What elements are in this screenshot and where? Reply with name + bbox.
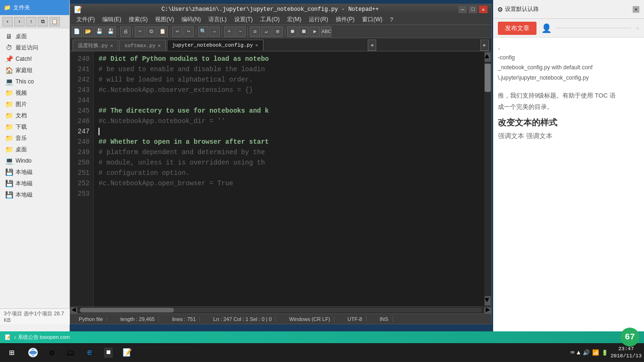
- sidebar-item-drive3[interactable]: 💾 本地磁: [2, 189, 67, 200]
- nav-forward-btn[interactable]: ›: [14, 17, 25, 26]
- taskbar-ie-btn[interactable]: e: [80, 343, 99, 362]
- toolbar-sep2: [132, 27, 133, 36]
- nav-up-btn[interactable]: ↑: [26, 17, 36, 26]
- sidebar-item-drive1[interactable]: 💾 本地磁: [2, 166, 67, 178]
- sync-scroll-btn[interactable]: ⇄: [250, 26, 260, 37]
- sidebar-item-images[interactable]: 📁 图片: [2, 99, 67, 110]
- start-button[interactable]: ⊞: [0, 343, 24, 362]
- left-panel-file-list: 🖥 桌面 ⏱ 最近访问 📌 Catch! 🏠 家庭组 💻 This co 📁: [0, 28, 69, 203]
- find-btn[interactable]: 🔍: [198, 26, 208, 37]
- bottom-notification-bar: 📝 ♪ 系统公告 tooopen.com 67: [0, 331, 644, 343]
- copy-btn[interactable]: ⧉: [146, 26, 157, 37]
- menu-settings[interactable]: 设置(T): [231, 15, 256, 25]
- scroll-down-btn[interactable]: ▼: [485, 296, 491, 305]
- sidebar-item-windows[interactable]: 💻 Windo: [2, 155, 67, 166]
- sidebar-item-music[interactable]: 📁 音乐: [2, 132, 67, 144]
- taskbar-explorer-btn[interactable]: 🗂: [61, 343, 80, 362]
- keyboard-icon[interactable]: ⌨: [570, 349, 574, 356]
- spell-check-btn[interactable]: ABC: [321, 26, 331, 37]
- cut-btn[interactable]: ✂: [135, 26, 145, 37]
- sidebar-item-docs[interactable]: 📁 文档: [2, 110, 67, 121]
- taskbar-clock[interactable]: 23:47 2018/11/13: [611, 346, 642, 360]
- menu-view[interactable]: 视图(V): [151, 15, 178, 25]
- line-num-252: 252: [70, 178, 93, 189]
- maximize-button[interactable]: □: [469, 6, 477, 13]
- taskbar-browser-btn[interactable]: [24, 343, 42, 362]
- open-file-btn[interactable]: 📂: [83, 26, 93, 37]
- nav-back-btn[interactable]: ‹: [2, 17, 13, 26]
- sidebar-item-video[interactable]: 📁 视频: [2, 87, 67, 99]
- sidebar-item-desktop1[interactable]: 🖥 桌面: [2, 31, 67, 42]
- sidebar-item-downloads[interactable]: 📁 下载: [2, 121, 67, 132]
- zoom-in-btn[interactable]: +: [224, 26, 234, 37]
- network-icon[interactable]: ▲: [577, 349, 580, 356]
- menu-file[interactable]: 文件(F): [73, 15, 99, 25]
- menu-search[interactable]: 搜索(S): [125, 15, 151, 25]
- publish-article-btn[interactable]: 发布文章: [498, 22, 537, 35]
- tab-wendu[interactable]: 温度转换.py ✕: [73, 40, 118, 51]
- tab-softmax[interactable]: softmax.py ✕: [119, 40, 166, 51]
- folder-downloads-icon: 📁: [5, 123, 13, 131]
- tab-close-jupyter[interactable]: ✕: [256, 42, 258, 48]
- menu-window[interactable]: 窗口(W): [358, 15, 386, 25]
- line-num-251: 251: [70, 168, 93, 178]
- sidebar-item-desktop2[interactable]: 📁 桌面: [2, 144, 67, 155]
- code-editor[interactable]: ## Dict of Python modules to load as not…: [94, 51, 484, 306]
- word-wrap-btn[interactable]: ↵: [261, 26, 272, 37]
- taskbar-cmd-btn[interactable]: ■: [99, 343, 118, 362]
- taskbar-python-btn[interactable]: 📝: [118, 343, 137, 362]
- code-content[interactable]: 240 241 242 243 244 245 246 247 248 249 …: [70, 51, 491, 306]
- star-icon[interactable]: ☆: [636, 25, 639, 32]
- replace-btn[interactable]: ↔: [209, 26, 220, 37]
- macro-play-btn[interactable]: ▶: [310, 26, 320, 37]
- vertical-scrollbar[interactable]: ▲ ▼: [484, 51, 491, 306]
- horizontal-scrollbar[interactable]: ◄ ►: [70, 306, 491, 313]
- sidebar-item-homegroup[interactable]: 🏠 家庭组: [2, 65, 67, 76]
- right-panel-close-btn[interactable]: ✕: [633, 6, 639, 13]
- taskbar-settings-btn[interactable]: ⚙: [42, 343, 61, 362]
- zoom-out-btn[interactable]: −: [235, 26, 246, 37]
- close-button[interactable]: ✕: [479, 6, 487, 13]
- user-avatar[interactable]: 👤: [541, 23, 552, 33]
- menu-plugins[interactable]: 插件(P): [332, 15, 358, 25]
- wifi-icon[interactable]: 📶: [592, 349, 599, 356]
- menu-language[interactable]: 语言(L): [205, 15, 231, 25]
- macro-record-btn[interactable]: ⏺: [287, 26, 297, 37]
- hscroll-track[interactable]: [80, 308, 482, 313]
- menu-encode[interactable]: 编码(N): [178, 15, 205, 25]
- minimize-button[interactable]: —: [458, 6, 467, 13]
- scroll-thumb[interactable]: [485, 64, 491, 92]
- print-btn[interactable]: 🖨: [120, 26, 131, 37]
- tab-close-wendu[interactable]: ✕: [110, 43, 113, 49]
- save-all-btn[interactable]: 💾: [106, 26, 116, 37]
- sidebar-item-drive2[interactable]: 💾 本地磁: [2, 178, 67, 189]
- menu-tools[interactable]: 工具(O): [256, 15, 283, 25]
- scroll-left-btn[interactable]: ◄: [70, 307, 77, 313]
- paste-btn[interactable]: 📋: [50, 17, 60, 26]
- scroll-up-btn[interactable]: ▲: [485, 52, 491, 62]
- save-file-btn[interactable]: 💾: [94, 26, 105, 37]
- sidebar-item-catch[interactable]: 📌 Catch!: [2, 53, 67, 65]
- paste-btn[interactable]: 📋: [157, 26, 168, 37]
- new-file-btn[interactable]: 📄: [72, 26, 82, 37]
- notification-badge[interactable]: 67: [620, 328, 639, 346]
- tab-scroll-left[interactable]: ◄: [368, 40, 376, 51]
- right-panel-content: 。 -config _notebook_config.py with defau…: [493, 38, 644, 343]
- tab-jupyter-config[interactable]: jupyter_notebook_config.py ✕: [167, 40, 264, 51]
- menu-edit[interactable]: 编辑(E): [99, 15, 125, 25]
- hscroll-thumb[interactable]: [80, 308, 174, 313]
- menu-help[interactable]: ?: [386, 16, 397, 24]
- menu-run[interactable]: 运行(R): [305, 15, 332, 25]
- tab-close-softmax[interactable]: ✕: [158, 43, 161, 49]
- menu-macro[interactable]: 宏(M): [283, 15, 305, 25]
- tab-scroll-right[interactable]: ►: [480, 40, 489, 51]
- scroll-right-btn[interactable]: ►: [484, 307, 491, 313]
- redo-btn[interactable]: ↪: [183, 26, 194, 37]
- sidebar-item-recent[interactable]: ⏱ 最近访问: [2, 42, 67, 53]
- undo-btn[interactable]: ↩: [172, 26, 182, 37]
- copy-btn[interactable]: ⧉: [38, 17, 48, 26]
- sidebar-item-computer[interactable]: 💻 This co: [2, 76, 67, 87]
- indent-guide-btn[interactable]: ⊞: [272, 26, 283, 37]
- volume-icon[interactable]: 🔊: [583, 349, 590, 356]
- macro-stop-btn[interactable]: ⏹: [298, 26, 309, 37]
